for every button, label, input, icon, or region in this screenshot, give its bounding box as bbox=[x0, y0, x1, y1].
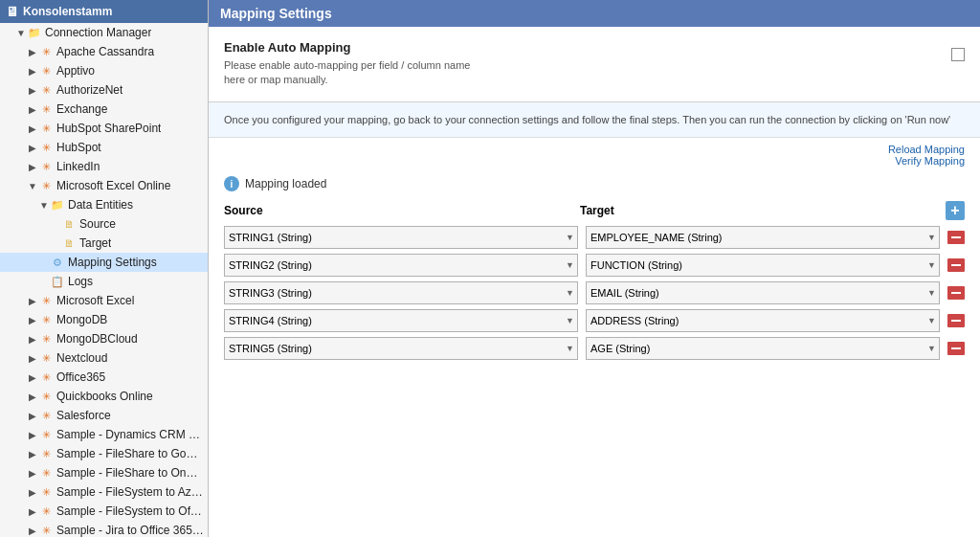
verify-mapping-link[interactable]: Verify Mapping bbox=[895, 155, 965, 167]
auto-mapping-desc-1: Please enable auto-mapping per field / c… bbox=[224, 58, 470, 73]
quickbooks-label: Quickbooks Online bbox=[56, 390, 153, 403]
source-select-5[interactable]: STRING5 (String) bbox=[224, 337, 578, 360]
toggle-sample-fso: ▶ bbox=[27, 468, 38, 479]
sample-fsg-label: Sample - FileShare to Googl... bbox=[56, 447, 204, 460]
sidebar-item-ms-excel-online[interactable]: ▼ ✳ Microsoft Excel Online bbox=[0, 176, 208, 195]
sidebar-item-office365[interactable]: ▶ ✳ Office365 bbox=[0, 368, 208, 387]
source-select-3[interactable]: STRING3 (String) bbox=[224, 281, 578, 304]
sidebar-item-sample-filesystem-azure[interactable]: ▶ ✳ Sample - FileSystem to Azur... bbox=[0, 482, 208, 502]
toggle-ms-excel-online: ▼ bbox=[27, 181, 38, 191]
remove-icon-3 bbox=[951, 292, 961, 294]
sidebar-item-authorizenet[interactable]: ▶ ✳ AuthorizeNet bbox=[0, 80, 208, 100]
nextcloud-label: Nextcloud bbox=[56, 351, 107, 365]
sidebar-root: 🖥 Konsolenstamm bbox=[0, 0, 208, 23]
target-header: Target bbox=[580, 204, 936, 217]
sidebar-item-target[interactable]: ▶ 🗎 Target bbox=[0, 234, 208, 253]
sidebar-item-mongodbcloud[interactable]: ▶ ✳ MongoDBCloud bbox=[0, 329, 208, 348]
target-select-wrapper-3: EMAIL (String) ▼ bbox=[586, 281, 940, 304]
data-entities-label: Data Entities bbox=[68, 198, 133, 212]
sidebar-item-sample-fileshare-onedrive[interactable]: ▶ ✳ Sample - FileShare to OneDr... bbox=[0, 463, 208, 482]
sidebar-item-hubspot-sharepoint[interactable]: ▶ ✳ HubSpot SharePoint bbox=[0, 119, 208, 138]
sidebar-item-linkedin[interactable]: ▶ ✳ LinkedIn bbox=[0, 157, 208, 176]
target-select-4[interactable]: ADDRESS (String) bbox=[586, 309, 940, 332]
doc-icon: 🗎 bbox=[61, 216, 77, 232]
mapping-row-2: STRING2 (String) ▼ FUNCTION (String) ▼ bbox=[224, 254, 965, 277]
reload-mapping-link[interactable]: Reload Mapping bbox=[888, 144, 965, 155]
sidebar-item-ms-excel[interactable]: ▶ ✳ Microsoft Excel bbox=[0, 291, 208, 310]
ms-excel-online-label: Microsoft Excel Online bbox=[56, 179, 170, 192]
gear-icon: ✳ bbox=[38, 350, 54, 366]
target-select-wrapper-1: EMPLOYEE_NAME (String) ▼ bbox=[586, 226, 940, 249]
target-select-2[interactable]: FUNCTION (String) bbox=[586, 254, 940, 277]
sidebar-item-sample-dynamics[interactable]: ▶ ✳ Sample - Dynamics CRM (O... bbox=[0, 425, 208, 444]
sidebar-item-logs[interactable]: ▶ 📋 Logs bbox=[0, 272, 208, 291]
conn-manager-label: Connection Manager bbox=[45, 26, 151, 39]
gear-icon: ✳ bbox=[38, 446, 54, 461]
sidebar-item-exchange[interactable]: ▶ ✳ Exchange bbox=[0, 100, 208, 119]
sidebar-item-sample-jira[interactable]: ▶ ✳ Sample - Jira to Office 365 S... bbox=[0, 521, 208, 537]
remove-row-2-button[interactable] bbox=[947, 258, 965, 272]
target-select-3[interactable]: EMAIL (String) bbox=[586, 281, 940, 304]
main-panel: Mapping Settings Enable Auto Mapping Ple… bbox=[209, 0, 980, 537]
toggle-hubspot: ▶ bbox=[27, 143, 38, 153]
gear-icon: ✳ bbox=[38, 523, 54, 537]
toggle-exchange: ▶ bbox=[27, 104, 38, 115]
source-select-1[interactable]: STRING1 (String) bbox=[224, 226, 578, 249]
sidebar-item-salesforce[interactable]: ▶ ✳ Salesforce bbox=[0, 406, 208, 425]
sidebar-item-apptivo[interactable]: ▶ ✳ Apptivo bbox=[0, 61, 208, 80]
logs-label: Logs bbox=[68, 275, 93, 288]
mapping-loaded-bar: i Mapping loaded bbox=[224, 176, 965, 191]
mapping-row-3: STRING3 (String) ▼ EMAIL (String) ▼ bbox=[224, 281, 965, 304]
auto-mapping-checkbox[interactable] bbox=[951, 48, 965, 61]
sidebar-item-data-entities[interactable]: ▼ 📁 Data Entities bbox=[0, 195, 208, 214]
sidebar-item-quickbooks[interactable]: ▶ ✳ Quickbooks Online bbox=[0, 387, 208, 406]
toggle-linkedin: ▶ bbox=[27, 162, 38, 172]
root-icon: 🖥 bbox=[6, 4, 19, 19]
sidebar-item-nextcloud[interactable]: ▶ ✳ Nextcloud bbox=[0, 348, 208, 368]
exchange-label: Exchange bbox=[56, 102, 107, 116]
add-mapping-button[interactable]: + bbox=[946, 201, 965, 220]
source-select-wrapper-2: STRING2 (String) ▼ bbox=[224, 254, 578, 277]
authorizenet-label: AuthorizeNet bbox=[56, 83, 122, 97]
mapping-loaded-label: Mapping loaded bbox=[245, 177, 326, 190]
sidebar-item-sample-filesystem-office[interactable]: ▶ ✳ Sample - FileSystem to Offic... bbox=[0, 502, 208, 521]
gear-icon: ✳ bbox=[38, 312, 54, 327]
gear-icon: ✳ bbox=[38, 427, 54, 442]
toggle-sample-fsa: ▶ bbox=[27, 487, 38, 498]
mongodbcloud-label: MongoDBCloud bbox=[56, 332, 138, 346]
auto-mapping-row: Enable Auto Mapping Please enable auto-m… bbox=[224, 40, 965, 88]
sidebar-item-hubspot[interactable]: ▶ ✳ HubSpot bbox=[0, 138, 208, 157]
toggle-authorizenet: ▶ bbox=[27, 85, 38, 96]
sidebar-item-mongodb[interactable]: ▶ ✳ MongoDB bbox=[0, 310, 208, 329]
remove-row-5-button[interactable] bbox=[947, 342, 965, 355]
sidebar-item-source[interactable]: ▶ 🗎 Source bbox=[0, 214, 208, 234]
toggle-apptivo: ▶ bbox=[27, 66, 38, 77]
toggle-conn-manager: ▼ bbox=[15, 28, 27, 38]
remove-row-1-button[interactable] bbox=[947, 231, 965, 244]
mapping-icon: ⚙ bbox=[50, 255, 65, 270]
source-select-2[interactable]: STRING2 (String) bbox=[224, 254, 578, 277]
sidebar-item-conn-manager[interactable]: ▼ 📁 Connection Manager bbox=[0, 23, 208, 42]
sidebar-item-apache[interactable]: ▶ ✳ Apache Cassandra bbox=[0, 42, 208, 61]
remove-row-4-button[interactable] bbox=[947, 314, 965, 327]
auto-mapping-section: Enable Auto Mapping Please enable auto-m… bbox=[209, 27, 980, 102]
ms-excel-label: Microsoft Excel bbox=[56, 294, 134, 307]
gear-icon: ✳ bbox=[38, 178, 54, 193]
remove-row-3-button[interactable] bbox=[947, 286, 965, 300]
gear-icon: ✳ bbox=[38, 408, 54, 423]
sidebar-item-mapping-settings[interactable]: ▶ ⚙ Mapping Settings bbox=[0, 253, 208, 272]
sidebar-item-sample-fileshare-google[interactable]: ▶ ✳ Sample - FileShare to Googl... bbox=[0, 444, 208, 463]
target-select-5[interactable]: AGE (String) bbox=[586, 337, 940, 360]
auto-mapping-title: Enable Auto Mapping bbox=[224, 40, 470, 55]
gear-icon: ✳ bbox=[38, 63, 54, 78]
toggle-mongodbcloud: ▶ bbox=[27, 334, 38, 345]
salesforce-label: Salesforce bbox=[56, 409, 111, 422]
target-select-1[interactable]: EMPLOYEE_NAME (String) bbox=[586, 226, 940, 249]
target-select-wrapper-4: ADDRESS (String) ▼ bbox=[586, 309, 940, 332]
toggle-salesforce: ▶ bbox=[27, 411, 38, 421]
toggle-hubspot-sp: ▶ bbox=[27, 123, 38, 134]
source-select-4[interactable]: STRING4 (String) bbox=[224, 309, 578, 332]
toggle-sample-fsg: ▶ bbox=[27, 449, 38, 459]
reload-area: Reload Mapping Verify Mapping bbox=[209, 138, 980, 167]
sample-jira-label: Sample - Jira to Office 365 S... bbox=[56, 524, 204, 537]
